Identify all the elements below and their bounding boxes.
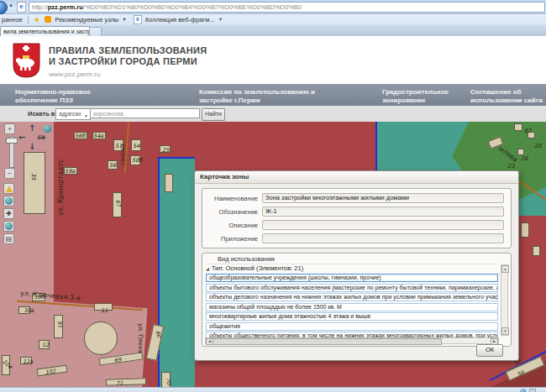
url-path: /%D0%B3%D1%80%D0%B0%D0%B4%D0%B7%D0%BE%D0…	[83, 3, 302, 11]
list-item[interactable]: магазины общей площадью не более 1500 кв…	[206, 303, 498, 311]
page-favicon-icon: e	[17, 2, 26, 13]
globe-icon[interactable]	[44, 125, 51, 133]
list-item[interactable]: общежития	[206, 322, 498, 331]
list-item[interactable]: общеобразовательные учреждения (школы, г…	[206, 274, 498, 282]
zoom-out-button[interactable]: −	[4, 168, 15, 179]
building-number: 11	[101, 308, 108, 314]
favorites-label[interactable]: ранное	[2, 16, 23, 24]
street-label-plekhanova: ул. Плеха	[137, 323, 144, 382]
building-number: 25	[162, 148, 169, 154]
recommended-sites-icon	[45, 16, 51, 23]
nav-item-commission[interactable]: Комиссия по землепользованию и застройке…	[199, 88, 338, 104]
list-header: Вид использования	[206, 255, 497, 264]
field-label-designation: Обозначение	[209, 208, 258, 216]
browser-window: ▼ e http://pzz.perm.ru/%D0%B3%D1%80%D0%B…	[0, 0, 546, 392]
marker-icon	[6, 186, 13, 192]
building-number: 54а	[93, 133, 103, 139]
field-label-attachment: Приложение	[209, 235, 258, 243]
building	[514, 123, 522, 131]
zone-teal-strip	[158, 157, 195, 387]
building-number: 70	[165, 378, 171, 385]
layers-globe-button[interactable]	[3, 196, 14, 206]
zoom-slider-handle[interactable]	[6, 138, 18, 144]
zone-form: Наименование Зона застройки многоэтажным…	[202, 188, 512, 248]
field-value-name[interactable]: Зона застройки многоэтажными жилыми дома…	[262, 193, 504, 203]
building-number: 20	[534, 144, 541, 149]
print-tool-button[interactable]: ▤	[3, 233, 14, 244]
building-number: 26	[521, 156, 528, 162]
building-number: 80	[155, 331, 161, 338]
pan-tool-button[interactable]: ✚	[3, 208, 14, 219]
list-item[interactable]: многоквартирные жилые дома этажностью 4 …	[206, 312, 498, 321]
street-label-krisanova: санова	[119, 122, 126, 165]
list-group-row[interactable]: ◢Тип: Основной (Элементов: 21)	[206, 264, 497, 272]
field-value-designation[interactable]: Ж-1	[262, 206, 504, 217]
field-value-attachment[interactable]	[262, 233, 504, 243]
building	[521, 222, 529, 238]
url-scheme: http://	[32, 3, 48, 11]
search-bar: Искать в: адресах ▼ Найти	[0, 106, 546, 122]
building	[84, 321, 118, 355]
favorites-star-icon[interactable]: ★	[34, 16, 39, 24]
history-dropdown-icon[interactable]: ▼	[8, 3, 13, 8]
search-input[interactable]	[90, 108, 200, 118]
building-number: 67	[114, 200, 121, 207]
field-label-description: Описание	[209, 222, 258, 229]
browser-address-bar: ▼ e http://pzz.perm.ru/%D0%B3%D1%80%D0%B…	[0, 0, 546, 14]
ok-button[interactable]: ОК	[476, 344, 503, 357]
building-number: 87	[524, 128, 531, 134]
pan-down-button[interactable]: ↓	[29, 142, 35, 151]
nav-item-agreement[interactable]: Соглашение об использовании сайта	[470, 88, 546, 104]
list-item[interactable]: объекты делового назначения на нижних эт…	[206, 293, 498, 301]
site-url-text: www.pzz.perm.ru	[49, 71, 207, 78]
dialog-title[interactable]: Карточка зоны	[195, 171, 518, 184]
globe-icon	[5, 222, 13, 230]
tab-bar: вила землепользования и застройки город.…	[0, 25, 546, 37]
chevron-down-icon: ▼	[84, 112, 88, 121]
tab-title: вила землепользования и застройки город.…	[3, 29, 90, 34]
zoom-level-icon[interactable]	[529, 389, 536, 392]
building-number: 12	[42, 342, 49, 348]
building-number: 71	[116, 381, 123, 387]
webslice-icon: e	[134, 15, 142, 24]
group-label: Тип: Основной (Элементов: 21)	[212, 264, 303, 272]
site-header: ПРАВИЛА ЗЕМЛЕПОЛЬЗОВАНИЯ И ЗАСТРОЙКИ ГОР…	[0, 36, 546, 84]
search-scope-label: Искать в:	[28, 110, 57, 118]
nav-item-zoning[interactable]: Градостроительное зонирование	[382, 88, 466, 104]
back-button[interactable]	[0, 1, 8, 14]
overview-globe-button[interactable]	[3, 221, 14, 232]
building	[533, 246, 540, 256]
pan-left-button[interactable]: ←	[18, 133, 25, 142]
field-label-name: Наименование	[209, 195, 258, 202]
url-input[interactable]: http://pzz.perm.ru/%D0%B3%D1%80%D0%B0%D0…	[29, 2, 545, 13]
building-number: 102	[45, 368, 56, 375]
scroll-up-icon[interactable]: ▲	[501, 265, 509, 273]
select-tool-button[interactable]	[3, 183, 14, 194]
site-title-line2: И ЗАСТРОЙКИ ГОРОДА ПЕРМИ	[49, 56, 207, 67]
pan-right-button[interactable]: →	[39, 133, 45, 142]
search-button[interactable]: Найти	[202, 108, 225, 121]
building-number: 56б	[75, 133, 85, 139]
recommended-sites-button[interactable]: Рекомендуемые узлы	[55, 16, 119, 24]
chevron-down-icon[interactable]: ▼	[122, 17, 126, 22]
chevron-down-icon[interactable]: ▼	[218, 17, 223, 22]
site-title-line1: ПРАВИЛА ЗЕМЛЕПОЛЬЗОВАНИЯ	[49, 45, 207, 56]
list-item[interactable]: объекты бытового обслуживания населения …	[206, 284, 498, 292]
scroll-down-icon[interactable]: ▼	[501, 327, 509, 335]
expand-triangle-icon[interactable]: ◢	[206, 266, 209, 271]
web-slices-button[interactable]: Коллекция веб-фрагм...	[145, 16, 215, 24]
building-number: 12а	[23, 359, 33, 365]
building-number: 30а	[24, 308, 34, 314]
nav-item-normative[interactable]: Нормативно-правовое обеспечение ПЗЗ	[15, 88, 129, 104]
vertical-scrollbar[interactable]: ▲ ▼	[501, 264, 508, 336]
pan-up-button[interactable]: ↑	[29, 123, 35, 133]
url-host: pzz.perm.ru	[48, 3, 83, 11]
building	[165, 174, 173, 192]
dialog-footer: ОК	[195, 344, 518, 360]
search-scope-select[interactable]: адресах ▼	[55, 108, 91, 120]
field-value-description[interactable]	[262, 220, 504, 230]
favorites-bar: ранное ★ Рекомендуемые узлы ▼ e Коллекци…	[0, 14, 546, 26]
zoom-in-button[interactable]: +	[4, 123, 15, 134]
horizontal-scrollbar[interactable]: ◀ ▶	[205, 337, 499, 344]
building-number: 69	[114, 357, 122, 363]
